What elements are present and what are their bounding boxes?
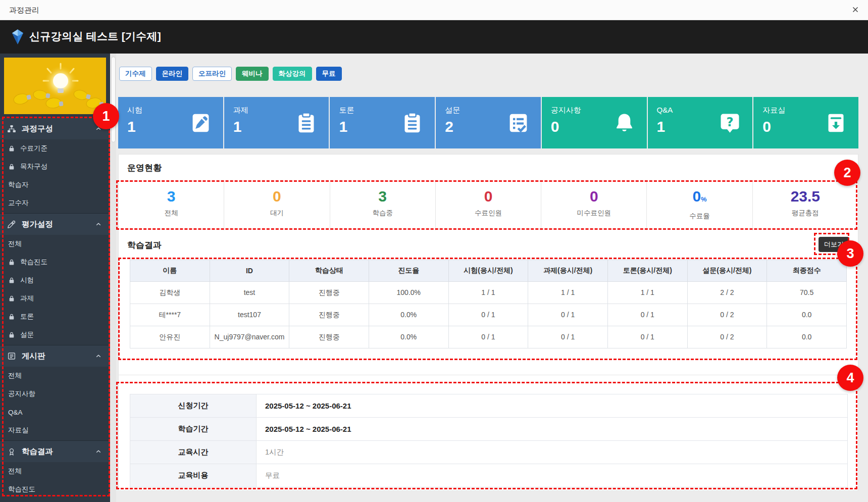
table-cell: 1 / 1: [528, 282, 608, 304]
course-tag: 웨비나: [236, 67, 269, 81]
sidebar-item[interactable]: 시험: [0, 271, 110, 289]
table-header-row: 이름ID학습상태진도율시험(응시/전체)과제(응시/전체)토론(응시/전체)설문…: [130, 260, 847, 282]
sidebar-item[interactable]: 공지사항: [0, 385, 110, 403]
window-title: 과정관리: [9, 0, 39, 20]
course-header: 신규강의실 테스트 [기수제]: [0, 20, 868, 54]
table-cell: 진행중: [289, 282, 369, 304]
pen-icon: [7, 220, 16, 229]
sidebar-item[interactable]: 자료실: [0, 421, 110, 439]
column-header: 시험(응시/전체): [448, 260, 528, 282]
stat-card-value: 0: [762, 118, 771, 135]
sidebar-section-header[interactable]: 게시판: [0, 345, 110, 367]
info-row: 교육시간 1시간: [130, 441, 848, 464]
stat-card[interactable]: Q&A 1 ?: [648, 97, 753, 148]
table-cell: 0 / 1: [528, 326, 608, 348]
bell-icon: [613, 112, 636, 134]
sidebar-item-label: 전체: [8, 239, 22, 248]
medal-icon: [7, 447, 16, 456]
column-header: 이름: [130, 260, 210, 282]
operation-stat: 3 전체: [119, 182, 224, 230]
table-cell: 안유진: [130, 326, 210, 348]
window-titlebar: 과정관리: [0, 0, 868, 20]
sidebar-item[interactable]: 전체: [0, 367, 110, 385]
sidebar-item[interactable]: 전체: [0, 235, 110, 253]
course-info-panel: 신청기간 2025-05-12 ~ 2025-06-21 학습기간 2025-0…: [118, 375, 858, 491]
sidebar-item[interactable]: 과제: [0, 289, 110, 308]
course-tag: 화상강의: [273, 67, 312, 81]
table-cell: 0 / 2: [687, 304, 767, 326]
sidebar-item[interactable]: Q&A: [0, 403, 110, 421]
course-title: 신규강의실 테스트 [기수제]: [29, 29, 161, 43]
learning-results-title: 학습결과: [127, 239, 162, 251]
info-row: 신청기간 2025-05-12 ~ 2025-06-21: [130, 394, 848, 418]
learning-results-table: 이름ID학습상태진도율시험(응시/전체)과제(응시/전체)토론(응시/전체)설문…: [130, 260, 847, 348]
sidebar-item[interactable]: 학습진도: [0, 253, 110, 271]
sidebar-item-label: 시험: [20, 276, 34, 285]
operation-stat-value: 23.5: [753, 188, 858, 205]
table-cell: 0.0: [767, 326, 847, 348]
sidebar-item-label: 학습진도: [8, 485, 35, 494]
sidebar-item[interactable]: 토론: [0, 308, 110, 326]
operation-stat-label: 미수료인원: [541, 209, 646, 218]
sidebar-item[interactable]: 학습진도: [0, 480, 110, 498]
more-button[interactable]: 더보기: [819, 237, 849, 252]
sidebar-item[interactable]: 학습자: [0, 176, 110, 194]
chevron-up-icon: [95, 221, 102, 228]
course-tag: 오프라인: [192, 67, 232, 81]
lock-icon: [8, 331, 15, 338]
lock-icon: [8, 295, 15, 302]
table-cell: 0.0%: [369, 304, 448, 326]
table-row: 안유진N_uj9797@naver.com진행중0.0%0 / 10 / 10 …: [130, 326, 847, 348]
lock-icon: [8, 163, 15, 170]
operation-stat-value: 0%: [647, 188, 752, 208]
scrollbar-thumb[interactable]: [111, 57, 116, 142]
sidebar-item-label: 학습진도: [20, 258, 47, 267]
info-value: 1시간: [257, 441, 848, 464]
pencil-clipboard-icon: [189, 112, 212, 134]
table-cell: 0 / 2: [687, 326, 767, 348]
sidebar-item[interactable]: 교수자: [0, 194, 110, 212]
operation-stat: 0 수료인원: [436, 182, 541, 230]
sidebar-section-header[interactable]: 학습결과: [0, 441, 110, 462]
lock-icon: [8, 145, 15, 152]
operation-stat-label: 수료인원: [436, 209, 541, 218]
clipboard-icon: [295, 112, 318, 134]
stat-card[interactable]: 토론 1: [330, 97, 435, 148]
operation-stat-label: 수료율: [647, 212, 752, 221]
info-label: 학습기간: [130, 418, 257, 441]
sidebar-item[interactable]: 목차구성: [0, 158, 110, 176]
sidebar-item-label: 설문: [20, 330, 34, 339]
stat-card-value: 2: [445, 118, 453, 135]
sidebar-item[interactable]: 전체: [0, 462, 110, 480]
stat-card-value: 1: [127, 118, 136, 135]
stat-card[interactable]: 설문 2: [436, 97, 541, 148]
table-cell: N_uj9797@naver.com: [210, 326, 289, 348]
sidebar-item-label: 전체: [8, 467, 22, 476]
sidebar-item-label: 공지사항: [8, 389, 35, 398]
operation-status-title: 운영현황: [127, 162, 162, 174]
operation-stat-value: 3: [119, 188, 224, 205]
sidebar-section-header[interactable]: 평가설정: [0, 214, 110, 235]
table-cell: 70.5: [767, 282, 847, 304]
scrollbar: [111, 54, 116, 502]
operation-stat: 0 대기: [224, 182, 330, 230]
sidebar-item[interactable]: 수료기준: [0, 139, 110, 158]
sidebar-section-3: 게시판 전체 공지사항 Q&A 자료실: [0, 345, 110, 440]
close-icon[interactable]: [851, 5, 861, 15]
table-cell: 0.0%: [369, 326, 448, 348]
table-cell: 0 / 1: [607, 304, 687, 326]
archive-icon: [825, 112, 847, 134]
operation-stat: 3 학습중: [330, 182, 436, 230]
stat-card[interactable]: 시험 1: [118, 97, 223, 148]
operation-stat-value: 0: [541, 188, 646, 205]
sidebar-section-header[interactable]: 과정구성: [0, 118, 110, 139]
info-label: 교육시간: [130, 441, 257, 464]
stat-card[interactable]: 자료실 0: [753, 97, 858, 148]
sidebar-item-label: 학습자: [8, 180, 29, 189]
stat-card[interactable]: 과제 1: [224, 97, 329, 148]
course-info-table: 신청기간 2025-05-12 ~ 2025-06-21 학습기간 2025-0…: [130, 394, 848, 487]
sidebar-item[interactable]: 설문: [0, 326, 110, 344]
stat-cards: 시험 1 과제 1 토론 1 설문 2 공지사항 0 Q&A 1 ? 자료실 0: [118, 97, 858, 148]
sidebar: 과정구성 수료기준 목차구성 학습자 교수자 평가설정 전체 학습진도: [0, 54, 110, 502]
stat-card[interactable]: 공지사항 0: [542, 97, 647, 148]
